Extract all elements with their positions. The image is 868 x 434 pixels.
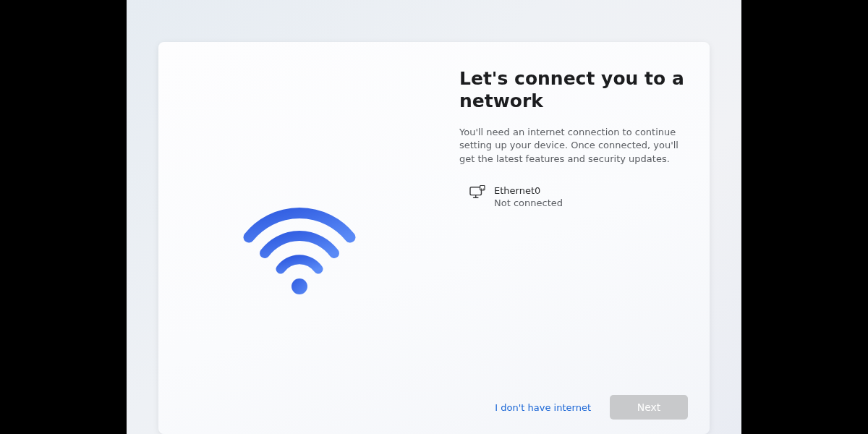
setup-card: Let's connect you to a network You'll ne…: [158, 42, 710, 434]
content-panel: Let's connect you to a network You'll ne…: [459, 67, 691, 214]
wifi-hero-icon: [242, 203, 357, 318]
svg-point-0: [292, 278, 307, 294]
network-name: Ethernet0: [494, 185, 563, 197]
next-button[interactable]: Next: [610, 395, 688, 420]
page-title: Let's connect you to a network: [459, 67, 691, 113]
svg-rect-4: [480, 185, 485, 190]
oobe-background: Let's connect you to a network You'll ne…: [127, 0, 741, 434]
page-subtitle: You'll need an internet connection to co…: [459, 126, 691, 167]
network-status: Not connected: [494, 197, 563, 210]
network-item-ethernet0[interactable]: Ethernet0 Not connected: [459, 182, 691, 214]
ethernet-icon: [469, 185, 485, 200]
no-internet-link[interactable]: I don't have internet: [492, 398, 594, 417]
footer-actions: I don't have internet Next: [492, 395, 688, 420]
